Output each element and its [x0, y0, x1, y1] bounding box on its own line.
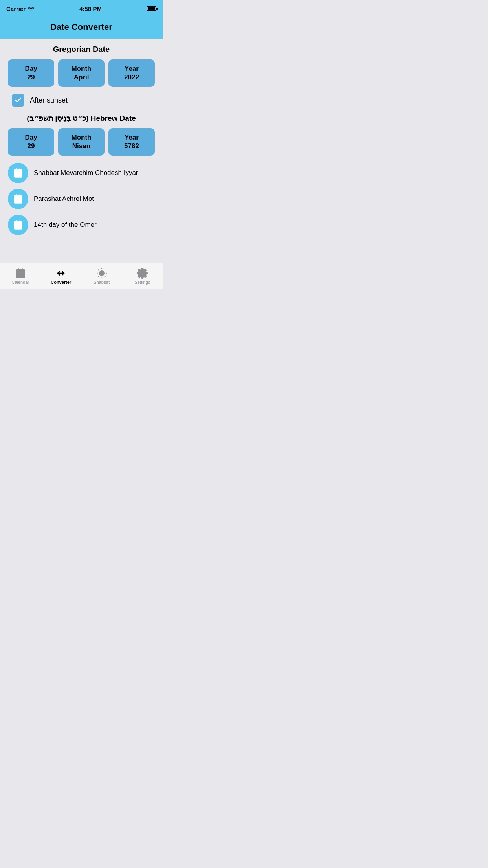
hebrew-month-label: Month [61, 134, 101, 142]
svg-rect-0 [14, 169, 22, 178]
svg-rect-12 [16, 270, 24, 278]
after-sunset-label: After sunset [30, 96, 68, 105]
gregorian-day-value: 29 [11, 74, 51, 81]
svg-line-24 [98, 276, 99, 277]
gregorian-date-row: Day 29 Month April Year 2022 [8, 59, 155, 87]
event-item-3: 14th day of the Omer [8, 215, 155, 235]
tab-converter[interactable]: Converter [41, 265, 82, 287]
wifi-icon [28, 6, 35, 11]
event-item-1: Shabbat Mevarchim Chodesh Iyyar [8, 163, 155, 183]
main-content: Gregorian Date Day 29 Month April Year 2… [0, 39, 163, 263]
tab-shabbat[interactable]: Shabbat [81, 265, 122, 287]
event-item-2: Parashat Achrei Mot [8, 189, 155, 209]
converter-tab-icon [55, 268, 66, 279]
svg-rect-8 [14, 221, 22, 230]
svg-line-25 [105, 270, 105, 270]
gregorian-month-label: Month [61, 65, 101, 73]
hebrew-year-cell[interactable]: Year 5782 [108, 128, 155, 156]
gregorian-month-value: April [61, 74, 101, 81]
hebrew-section: Hebrew Date (כ״ט בְּנִיסָן תשפ״ב) Day 29… [8, 114, 155, 156]
carrier-label: Carrier [6, 6, 26, 12]
status-time: 4:58 PM [79, 6, 102, 12]
svg-rect-4 [14, 195, 22, 204]
hebrew-day-value: 29 [11, 142, 51, 150]
hebrew-year-label: Year [112, 134, 152, 142]
hebrew-title: Hebrew Date (כ״ט בְּנִיסָן תשפ״ב) [8, 114, 155, 123]
after-sunset-checkbox[interactable] [12, 94, 24, 107]
app-header: Date Converter [0, 17, 163, 39]
carrier-wifi: Carrier [6, 6, 35, 12]
converter-tab-label: Converter [51, 280, 71, 285]
gregorian-year-label: Year [112, 65, 152, 73]
events-list: Shabbat Mevarchim Chodesh Iyyar Parashat… [8, 163, 155, 235]
gregorian-month-cell[interactable]: Month April [58, 59, 105, 87]
svg-line-20 [98, 270, 99, 270]
gregorian-title: Gregorian Date [8, 45, 155, 54]
event-text-3: 14th day of the Omer [34, 221, 97, 229]
settings-tab-icon [137, 268, 148, 279]
hebrew-date-row: Day 29 Month Nisan Year 5782 [8, 128, 155, 156]
tab-settings[interactable]: Settings [122, 265, 163, 287]
gregorian-day-label: Day [11, 65, 51, 73]
gregorian-year-cell[interactable]: Year 2022 [108, 59, 155, 87]
gregorian-year-value: 2022 [112, 74, 152, 81]
shabbat-tab-label: Shabbat [94, 280, 110, 285]
event-text-2: Parashat Achrei Mot [34, 195, 94, 203]
hebrew-month-value: Nisan [61, 142, 101, 150]
tab-bar: Calendar Converter [0, 263, 163, 289]
settings-tab-label: Settings [134, 280, 150, 285]
app-title: Date Converter [0, 22, 163, 32]
svg-point-17 [99, 271, 104, 276]
calendar-tab-label: Calendar [11, 280, 29, 285]
event-icon-1 [8, 163, 28, 183]
event-icon-2 [8, 189, 28, 209]
hebrew-day-cell[interactable]: Day 29 [8, 128, 54, 156]
shabbat-tab-icon [96, 268, 107, 279]
calendar-tab-icon [15, 268, 26, 279]
tab-calendar[interactable]: Calendar [0, 265, 41, 287]
hebrew-month-cell[interactable]: Month Nisan [58, 128, 105, 156]
gregorian-section: Gregorian Date Day 29 Month April Year 2… [8, 45, 155, 107]
hebrew-day-label: Day [11, 134, 51, 142]
status-bar: Carrier 4:58 PM [0, 0, 163, 17]
event-icon-3 [8, 215, 28, 235]
after-sunset-row: After sunset [8, 94, 155, 107]
event-text-1: Shabbat Mevarchim Chodesh Iyyar [34, 169, 138, 177]
gregorian-day-cell[interactable]: Day 29 [8, 59, 54, 87]
battery-icon [147, 6, 156, 11]
svg-line-21 [105, 276, 105, 277]
hebrew-year-value: 5782 [112, 142, 152, 150]
